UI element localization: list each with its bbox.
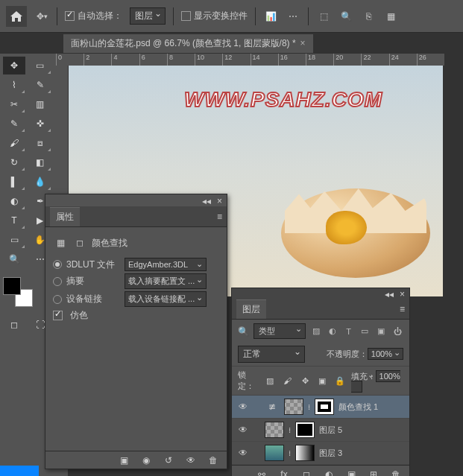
foreground-color[interactable] (3, 277, 21, 295)
home-button[interactable] (6, 6, 27, 27)
filter-adjust-icon[interactable]: ◐ (327, 326, 338, 337)
quick-select-tool[interactable]: ✎ (29, 76, 51, 94)
filter-type-icon[interactable]: T (343, 326, 355, 337)
visibility-toggle[interactable]: 👁 (238, 425, 248, 435)
move-tool-icon[interactable]: ✥ ▾ (34, 9, 49, 24)
heal-tool[interactable]: ✜ (29, 115, 51, 133)
layer-thumb[interactable] (265, 445, 284, 461)
layer-name[interactable]: 图层 5 (319, 425, 342, 436)
visibility-icon[interactable]: 👁 (183, 453, 198, 468)
mask-thumb[interactable] (295, 445, 315, 461)
shape-tool[interactable]: ▭ (3, 231, 25, 249)
filter-shape-icon[interactable]: ▭ (359, 326, 371, 337)
eraser-tool[interactable]: ◧ (29, 153, 51, 171)
document-tabs: 面粉山的金莲花.psd @ 66.7% (颜色查找 1, 图层蒙版/8) * × (0, 33, 463, 54)
frame-tool[interactable]: ▥ (29, 95, 51, 113)
fx-icon[interactable]: fx (277, 467, 292, 477)
add-group-icon[interactable]: ▣ (344, 467, 359, 477)
lock-all-icon[interactable]: 🔒 (333, 373, 346, 388)
checkbox-dither[interactable] (53, 311, 63, 320)
properties-panel: ◂◂ × 属性 ≡ ▦ ◻ 颜色查找 3DLUT 文件 EdgyAmber.3D… (45, 194, 227, 469)
auto-select-checkbox[interactable]: 自动选择： (65, 10, 122, 22)
link-layers-icon[interactable]: ⚯ (254, 467, 269, 477)
properties-tab[interactable]: 属性 (50, 207, 80, 226)
close-tab-icon[interactable]: × (300, 38, 306, 48)
select-abstract[interactable]: 载入摘要配置文 ... (125, 273, 207, 289)
grid-icon: ▦ (53, 235, 68, 250)
opacity-input[interactable]: 100% (368, 348, 403, 360)
select-devlink[interactable]: 载入设备链接配 ... (125, 291, 207, 307)
layer-name[interactable]: 颜色查找 1 (338, 402, 378, 413)
lock-pixel-icon[interactable]: 🖌 (281, 373, 294, 388)
quickmask-toggle[interactable]: ◻ (3, 316, 25, 334)
prev-icon[interactable]: ◉ (139, 453, 154, 468)
filter-search-icon[interactable]: 🔍 (238, 326, 249, 337)
layer-name[interactable]: 图层 3 (319, 448, 342, 459)
document-tab[interactable]: 面粉山的金莲花.psd @ 66.7% (颜色查找 1, 图层蒙版/8) * × (63, 34, 313, 53)
show-transform-checkbox[interactable]: 显示变换控件 (181, 10, 248, 22)
lasso-tool[interactable]: ⌇ (3, 76, 25, 94)
radio-devlink[interactable] (53, 295, 62, 304)
eyedropper-tool[interactable]: ✎ (3, 115, 25, 133)
watermark-text: WWW.PSAHZ.COM (184, 88, 382, 112)
zoom-tool[interactable]: 🔍 (3, 250, 25, 268)
lock-trans-icon[interactable]: ▨ (264, 373, 277, 388)
dodge-tool[interactable]: ◐ (3, 192, 25, 210)
collapse-icon[interactable]: ◂◂ (202, 196, 211, 205)
3d-mode-icon[interactable]: ⬚ (316, 9, 331, 24)
mask-thumb[interactable] (295, 422, 315, 438)
add-layer-icon[interactable]: ⊞ (366, 467, 381, 477)
move-tool[interactable]: ✥ (3, 57, 25, 74)
visibility-toggle[interactable]: 👁 (238, 448, 248, 458)
clip-icon[interactable]: ▣ (116, 453, 131, 468)
visibility-toggle[interactable]: 👁 (238, 402, 248, 412)
lock-pos-icon[interactable]: ✥ (298, 373, 311, 388)
document-title: 面粉山的金莲花.psd @ 66.7% (颜色查找 1, 图层蒙版/8) * (71, 37, 296, 50)
blur-tool[interactable]: 💧 (29, 173, 51, 191)
share-icon[interactable]: ⎘ (361, 9, 376, 24)
layer-thumb[interactable] (284, 399, 303, 415)
type-tool[interactable]: T (3, 212, 25, 229)
mask-thumb[interactable] (315, 399, 334, 415)
lock-artboard-icon[interactable]: ▣ (316, 373, 329, 388)
add-mask-icon[interactable]: ◻ (299, 467, 314, 477)
align-icon[interactable]: 📊 (263, 9, 278, 24)
ruler-horizontal: 02468101214161820222426 (56, 54, 444, 66)
radio-3dlut[interactable] (53, 260, 62, 269)
layer-thumb[interactable] (265, 422, 284, 438)
layer-row[interactable]: 👁 ≢ ⁞ 颜色查找 1 (232, 396, 409, 419)
filter-toggle[interactable]: ⏻ (391, 326, 403, 337)
blend-mode-select[interactable]: 正常 (238, 346, 305, 363)
close-layers-icon[interactable]: × (400, 289, 405, 298)
collapse-layers-icon[interactable]: ◂◂ (385, 289, 394, 298)
layer-row[interactable]: 👁 ⁞ 图层 3 (232, 442, 409, 465)
workspace-icon[interactable]: ▦ (383, 9, 398, 24)
reset-icon[interactable]: ↺ (161, 453, 176, 468)
brush-tool[interactable]: 🖌 (3, 134, 25, 152)
color-swatch[interactable] (3, 277, 33, 307)
layers-panel: ◂◂ × 图层 ≡ 🔍 类型 ▨ ◐ T ▭ ▣ ⏻ 正常 不透明度：100% … (231, 288, 410, 476)
filter-smart-icon[interactable]: ▣ (375, 326, 387, 337)
radio-abstract[interactable] (53, 277, 62, 286)
link-icon: ≢ (265, 399, 280, 414)
select-3dlut[interactable]: EdgyAmber.3DL (125, 258, 207, 271)
search-icon[interactable]: 🔍 (338, 9, 353, 24)
auto-select-target-select[interactable]: 图层 (130, 7, 166, 25)
filter-kind-select[interactable]: 类型 (253, 323, 306, 339)
options-bar: ✥ ▾ 自动选择： 图层 显示变换控件 📊 ⋯ ⬚ 🔍 ⎘ ▦ (0, 0, 463, 33)
distribute-icon[interactable]: ⋯ (286, 9, 300, 24)
panel-menu-icon[interactable]: ≡ (217, 212, 222, 222)
layers-menu-icon[interactable]: ≡ (400, 304, 405, 314)
delete-layer-icon[interactable]: 🗑 (388, 467, 403, 477)
marquee-tool[interactable]: ▭ (29, 57, 51, 74)
layer-row[interactable]: 👁 ⁞ 图层 5 (232, 419, 409, 442)
filter-pixel-icon[interactable]: ▨ (310, 326, 322, 337)
add-adjust-icon[interactable]: ◐ (321, 467, 336, 477)
close-panel-icon[interactable]: × (217, 196, 222, 205)
layers-tab[interactable]: 图层 (236, 299, 266, 319)
crop-tool[interactable]: ✂ (3, 95, 25, 113)
stamp-tool[interactable]: ⧈ (29, 134, 51, 152)
gradient-tool[interactable]: ▌ (3, 173, 25, 191)
history-brush-tool[interactable]: ↻ (3, 153, 25, 171)
trash-icon[interactable]: 🗑 (206, 453, 221, 468)
